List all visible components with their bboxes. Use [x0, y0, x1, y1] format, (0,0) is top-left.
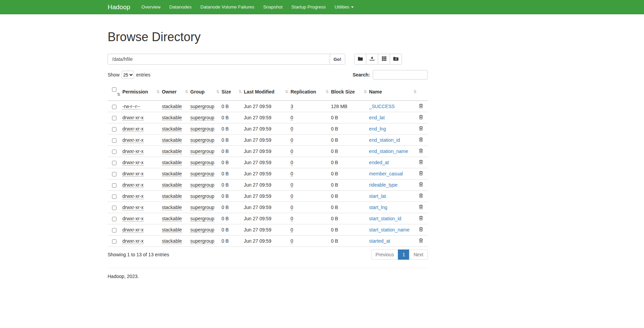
replication-value[interactable]: 0 [291, 205, 293, 210]
trash-icon[interactable] [419, 115, 423, 119]
owner-value[interactable]: stackable [162, 205, 182, 210]
file-name-link[interactable]: start_station_name [369, 227, 409, 232]
group-value[interactable]: supergroup [190, 216, 215, 222]
owner-value[interactable]: stackable [162, 171, 182, 177]
group-value[interactable]: supergroup [190, 160, 215, 166]
permission-value[interactable]: drwxr-xr-x [122, 238, 143, 244]
column-header-owner[interactable]: Owner ⇅ [162, 84, 190, 101]
upload-file-button[interactable] [366, 54, 378, 65]
row-checkbox[interactable] [112, 217, 116, 221]
pagination-page-1[interactable]: 1 [398, 249, 409, 260]
pagination-previous[interactable]: Previous [371, 249, 398, 260]
owner-value[interactable]: stackable [162, 115, 182, 121]
owner-value[interactable]: stackable [162, 182, 182, 188]
replication-value[interactable]: 0 [291, 126, 293, 132]
permission-value[interactable]: drwxr-xr-x [122, 171, 143, 177]
permission-value[interactable]: drwxr-xr-x [122, 193, 143, 199]
replication-value[interactable]: 0 [291, 149, 293, 154]
row-checkbox[interactable] [112, 194, 116, 199]
permission-value[interactable]: drwxr-xr-x [122, 216, 143, 222]
column-header-replication[interactable]: Replication ⇅ [291, 84, 331, 101]
trash-icon[interactable] [419, 182, 423, 187]
pagination-next[interactable]: Next [409, 249, 428, 260]
trash-icon[interactable] [419, 238, 423, 243]
file-name-link[interactable]: start_lng [369, 205, 387, 210]
group-value[interactable]: supergroup [190, 227, 215, 233]
file-name-link[interactable]: member_casual [369, 171, 403, 176]
nav-item-datanodes[interactable]: Datanodes [165, 0, 196, 14]
file-name-link[interactable]: end_lng [369, 126, 386, 132]
group-value[interactable]: supergroup [190, 115, 215, 121]
trash-icon[interactable] [419, 137, 423, 142]
replication-value[interactable]: 0 [291, 182, 293, 188]
permission-value[interactable]: -rw-r--r-- [122, 104, 140, 109]
brand-hadoop[interactable]: Hadoop [108, 3, 130, 11]
group-value[interactable]: supergroup [190, 137, 215, 143]
trash-icon[interactable] [419, 126, 423, 131]
owner-value[interactable]: stackable [162, 238, 182, 244]
directory-path-input[interactable] [108, 54, 330, 65]
owner-value[interactable]: stackable [162, 149, 182, 154]
replication-value[interactable]: 0 [291, 227, 293, 233]
row-checkbox[interactable] [112, 183, 116, 188]
column-header-permission[interactable]: Permission ⇅ [122, 84, 162, 101]
group-value[interactable]: supergroup [190, 193, 215, 199]
permission-value[interactable]: drwxr-xr-x [122, 227, 143, 233]
row-checkbox[interactable] [112, 105, 116, 109]
replication-value[interactable]: 0 [291, 171, 293, 177]
trash-icon[interactable] [419, 216, 423, 220]
select-all-checkbox[interactable] [112, 87, 116, 92]
permission-value[interactable]: drwxr-xr-x [122, 205, 143, 210]
row-checkbox[interactable] [112, 116, 116, 120]
column-header-block-size[interactable]: Block Size ⇅ [331, 84, 369, 101]
column-header-group[interactable]: Group ⇅ [190, 84, 222, 101]
permission-value[interactable]: drwxr-xr-x [122, 137, 143, 143]
row-checkbox[interactable] [112, 150, 116, 154]
group-value[interactable]: supergroup [190, 149, 215, 154]
owner-value[interactable]: stackable [162, 126, 182, 132]
nav-item-overview[interactable]: Overview [137, 0, 165, 14]
row-checkbox[interactable] [112, 138, 116, 143]
group-value[interactable]: supergroup [190, 205, 215, 210]
owner-value[interactable]: stackable [162, 193, 182, 199]
search-input[interactable] [373, 70, 428, 80]
file-name-link[interactable]: end_station_id [369, 137, 400, 143]
permission-value[interactable]: drwxr-xr-x [122, 160, 143, 166]
replication-value[interactable]: 0 [291, 216, 293, 222]
nav-item-startup-progress[interactable]: Startup Progress [287, 0, 330, 14]
permission-value[interactable]: drwxr-xr-x [122, 115, 143, 121]
replication-value[interactable]: 0 [291, 193, 293, 199]
trash-icon[interactable] [419, 104, 423, 108]
owner-value[interactable]: stackable [162, 104, 182, 109]
row-checkbox[interactable] [112, 172, 116, 176]
file-name-link[interactable]: ended_at [369, 160, 389, 165]
nav-item-snapshot[interactable]: Snapshot [259, 0, 287, 14]
row-checkbox[interactable] [112, 239, 116, 244]
group-value[interactable]: supergroup [190, 171, 215, 177]
column-header-name[interactable]: Name ⇅ [369, 84, 419, 101]
permission-value[interactable]: drwxr-xr-x [122, 182, 143, 188]
group-value[interactable]: supergroup [190, 238, 215, 244]
row-checkbox[interactable] [112, 228, 116, 232]
owner-value[interactable]: stackable [162, 160, 182, 166]
group-value[interactable]: supergroup [190, 182, 215, 188]
column-header-size[interactable]: Size ⇅ [222, 84, 244, 101]
group-value[interactable]: supergroup [190, 104, 215, 109]
create-directory-button[interactable] [354, 54, 366, 65]
row-checkbox[interactable] [112, 127, 116, 132]
column-header-select[interactable]: ⇅ [108, 84, 122, 101]
permission-value[interactable]: drwxr-xr-x [122, 149, 143, 154]
cut-selection-button[interactable] [378, 54, 390, 65]
owner-value[interactable]: stackable [162, 137, 182, 143]
owner-value[interactable]: stackable [162, 227, 182, 233]
replication-value[interactable]: 0 [291, 137, 293, 143]
row-checkbox[interactable] [112, 206, 116, 210]
file-name-link[interactable]: end_lat [369, 115, 385, 120]
group-value[interactable]: supergroup [190, 126, 215, 132]
trash-icon[interactable] [419, 160, 423, 164]
trash-icon[interactable] [419, 227, 423, 231]
column-header-last-modified[interactable]: Last Modified ⇅ [244, 84, 290, 101]
replication-value[interactable]: 0 [291, 115, 293, 121]
row-checkbox[interactable] [112, 161, 116, 165]
trash-icon[interactable] [419, 205, 423, 209]
